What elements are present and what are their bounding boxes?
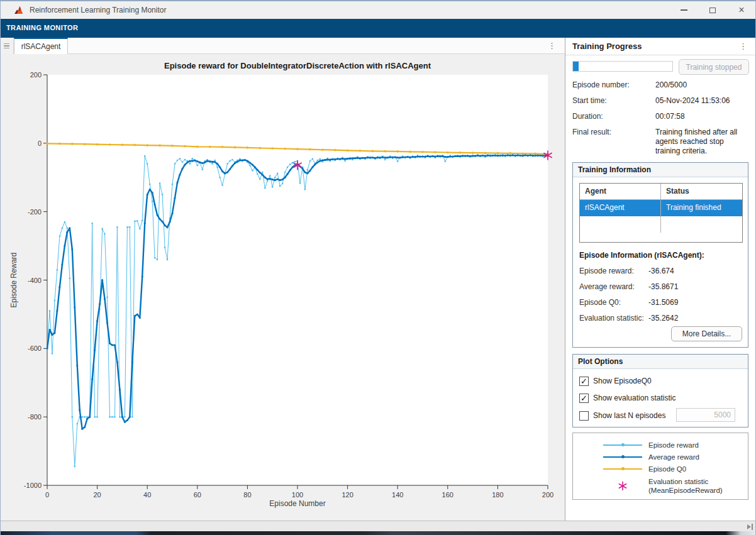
agent-table-header: Agent Status — [580, 184, 742, 200]
legend-swatch — [603, 444, 642, 446]
window-controls: × — [669, 1, 756, 19]
legend-label: Average reward — [648, 453, 699, 461]
tab-drag-handle-icon[interactable] — [0, 38, 14, 54]
plot-option-row[interactable]: ✓ Show EpisodeQ0 — [579, 376, 652, 386]
svg-text:-200: -200 — [28, 208, 42, 216]
svg-text:Episode Reward: Episode Reward — [9, 252, 18, 307]
status-bar — [0, 521, 756, 531]
training-information-header: Training Information — [573, 163, 748, 177]
svg-text:60: 60 — [194, 491, 201, 499]
tab-rlsacagent[interactable]: rlSACAgent — [14, 38, 68, 54]
episode-reward-value: -36.674 — [648, 267, 674, 275]
ribbon: TRAINING MONITOR — [0, 19, 756, 38]
average-reward-value: -35.8671 — [648, 282, 678, 291]
episode-number-value: 200/5000 — [655, 80, 749, 90]
window-title: Reinforcement Learning Training Monitor — [30, 6, 166, 14]
expand-panel-icon[interactable] — [747, 524, 753, 530]
episode-reward-label: Episode reward: — [579, 267, 634, 275]
svg-text:200: 200 — [542, 491, 553, 499]
episode-q0-value: -31.5069 — [648, 298, 678, 307]
agent-table: Agent Status rlSACAgent Training finishe… — [579, 183, 743, 243]
progress-row: Training stopped — [572, 59, 749, 75]
plot-options-group: Plot Options ✓ Show EpisodeQ0 ✓ Show eva… — [572, 354, 748, 427]
panel-title: Training Progress — [572, 41, 642, 51]
taskbar-strip — [0, 531, 756, 535]
final-result-value: Training finished after all agents reach… — [655, 128, 749, 156]
svg-text:-400: -400 — [28, 277, 42, 284]
checkbox-box[interactable] — [579, 411, 589, 421]
plot-options-header: Plot Options — [573, 355, 748, 369]
agent-column-header[interactable]: Agent — [580, 184, 661, 199]
app-window: Reinforcement Learning Training Monitor … — [0, 0, 756, 535]
svg-text:0: 0 — [45, 491, 49, 499]
svg-text:0: 0 — [38, 140, 42, 147]
close-button[interactable]: × — [727, 1, 756, 19]
show-evaluation-statistic-label: Show evaluation statistic — [593, 394, 675, 402]
minimize-button[interactable] — [669, 1, 698, 19]
close-icon: × — [738, 5, 744, 15]
start-time-label: Start time: — [572, 96, 607, 105]
svg-text:40: 40 — [143, 491, 151, 499]
svg-text:-600: -600 — [28, 345, 42, 352]
legend-entry-evaluation-statistic: Evaluation statistic (MeanEpisodeReward) — [603, 475, 748, 497]
evaluation-statistic-value: -35.2642 — [648, 314, 678, 323]
show-last-n-episodes-label: Show last N episodes — [593, 411, 665, 420]
agent-table-empty-row — [580, 216, 742, 233]
progress-bar — [572, 61, 673, 72]
plot-option-row[interactable]: Show last N episodes — [579, 411, 665, 421]
maximize-button[interactable] — [698, 1, 727, 19]
svg-text:120: 120 — [342, 491, 353, 499]
svg-text:-800: -800 — [28, 413, 42, 421]
ribbon-tab-training-monitor[interactable]: TRAINING MONITOR — [0, 19, 84, 31]
agent-cell: rlSACAgent — [580, 200, 661, 216]
average-reward-label: Average reward: — [579, 282, 635, 291]
plot-option-row[interactable]: ✓ Show evaluation statistic — [579, 393, 675, 403]
legend-label: Episode Q0 — [648, 465, 686, 473]
episode-number-label: Episode number: — [572, 80, 630, 89]
start-time-value: 05-Nov-2024 11:53:06 — [655, 96, 749, 106]
training-stopped-button[interactable]: Training stopped — [679, 59, 749, 75]
training-progress-panel: Training Progress ⋮ Training stopped Epi… — [565, 38, 756, 521]
duration-value: 00:07:58 — [655, 112, 749, 121]
panel-header: Training Progress ⋮ — [565, 38, 756, 55]
duration-label: Duration: — [572, 112, 603, 121]
n-episodes-input[interactable] — [676, 408, 735, 422]
matlab-logo-icon — [14, 6, 25, 15]
svg-text:140: 140 — [392, 491, 403, 499]
maximize-icon — [709, 8, 716, 13]
legend-entry-episode-reward: Episode reward — [603, 439, 748, 451]
legend-entry-average-reward: Average reward — [603, 451, 748, 463]
svg-text:160: 160 — [442, 491, 453, 499]
minimize-icon — [681, 9, 687, 11]
svg-text:20: 20 — [93, 491, 101, 499]
episode-information-title: Episode Information (rlSACAgent): — [579, 251, 704, 260]
window-left-border — [0, 1, 1, 535]
svg-text:Episode Number: Episode Number — [269, 499, 325, 508]
more-details-button[interactable]: More Details... — [671, 326, 742, 341]
status-cell: Training finished — [661, 200, 742, 216]
svg-text:-1000: -1000 — [24, 482, 42, 489]
panel-menu-icon[interactable]: ⋮ — [739, 42, 747, 50]
show-episodeq0-label: Show EpisodeQ0 — [593, 377, 652, 385]
tab-label: rlSACAgent — [21, 42, 61, 51]
final-result-label: Final result: — [572, 128, 611, 136]
panel-divider[interactable] — [565, 38, 565, 521]
svg-text:100: 100 — [292, 491, 303, 499]
evaluation-statistic-label: Evaluation statistic: — [579, 314, 644, 323]
checkbox-box[interactable]: ✓ — [579, 377, 589, 386]
checkbox-box[interactable]: ✓ — [579, 394, 589, 403]
training-information-group: Training Information Agent Status rlSACA… — [572, 162, 748, 348]
legend-entry-episode-q0: Episode Q0 — [603, 463, 748, 475]
tab-strip-menu-icon[interactable]: ⋮ — [548, 41, 556, 50]
legend-swatch — [603, 456, 642, 458]
svg-text:180: 180 — [492, 491, 503, 499]
svg-text:Episode reward for DoubleInteg: Episode reward for DoubleIntegratorDiscr… — [164, 61, 431, 70]
legend-label: Evaluation statistic (MeanEpisodeReward) — [648, 477, 723, 495]
progress-bar-fill — [573, 62, 579, 71]
svg-text:200: 200 — [30, 71, 42, 79]
chart-document-area: 2000-200-400-600-800-1000020406080100120… — [0, 54, 565, 521]
agent-table-row[interactable]: rlSACAgent Training finished — [580, 200, 742, 216]
svg-text:80: 80 — [243, 491, 251, 499]
status-column-header[interactable]: Status — [661, 184, 742, 199]
tab-strip: rlSACAgent ⋮ — [0, 38, 565, 54]
